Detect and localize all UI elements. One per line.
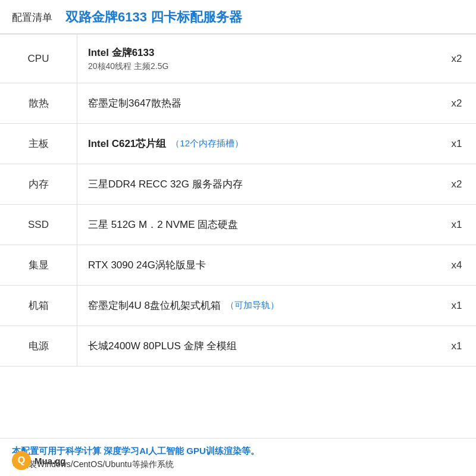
row-qty-1: x2 (443, 98, 476, 109)
row-label-4: SSD (0, 205, 77, 245)
page-container: 配置清单 双路金牌6133 四卡标配服务器 CPUIntel 金牌613320核… (0, 0, 476, 476)
row-content-1: 窑墨定制3647散热器 (77, 90, 443, 116)
row-label-3: 内存 (0, 164, 77, 204)
row-content-2: Intel C621芯片组（12个内存插槽） (77, 131, 443, 156)
row-qty-6: x1 (443, 300, 476, 312)
row-main-text-4: 三星 512G M．2 NVME 固态硬盘 (88, 218, 433, 231)
row-qty-4: x1 (443, 219, 476, 231)
row-main-text-6: 窑墨定制4U 8盘位机架式机箱（可加导轨） (88, 299, 433, 312)
row-qty-5: x4 (443, 259, 476, 271)
watermark: Q Mua.gg (12, 451, 66, 470)
row-label-5: 集显 (0, 245, 77, 285)
row-main-text-0: Intel 金牌6133 (88, 46, 433, 60)
row-content-3: 三星DDR4 RECC 32G 服务器内存 (77, 171, 443, 197)
row-content-7: 长城2400W 80PLUS 金牌 全模组 (77, 333, 443, 359)
spec-row-4: SSD三星 512G M．2 NVME 固态硬盘x1 (0, 205, 476, 245)
spec-row-1: 散热窑墨定制3647散热器x2 (0, 83, 476, 124)
row-content-5: RTX 3090 24G涡轮版显卡 (77, 252, 443, 278)
row-qty-7: x1 (443, 340, 476, 352)
spec-row-7: 电源长城2400W 80PLUS 金牌 全模组x1 (0, 326, 476, 367)
row-label-0: CPU (0, 35, 77, 83)
spec-table: CPUIntel 金牌613320核40线程 主频2.5Gx2散热窑墨定制364… (0, 34, 476, 438)
row-main-text-5: RTX 3090 24G涡轮版显卡 (88, 258, 433, 272)
row-content-0: Intel 金牌613320核40线程 主频2.5G (77, 40, 443, 78)
header: 配置清单 双路金牌6133 四卡标配服务器 (0, 0, 476, 34)
footer: 本配置可用于科学计算 深度学习AI人工智能 GPU训练渲染等。 可预装Windo… (0, 438, 476, 476)
row-main-text-3: 三星DDR4 RECC 32G 服务器内存 (88, 177, 433, 191)
row-label-2: 主板 (0, 124, 77, 164)
row-content-4: 三星 512G M．2 NVME 固态硬盘 (77, 212, 443, 237)
row-sub-text-0: 20核40线程 主频2.5G (88, 61, 433, 72)
header-label: 配置清单 (12, 11, 60, 24)
row-qty-3: x2 (443, 178, 476, 190)
row-accent-6: （可加导轨） (226, 300, 279, 311)
footer-line2: 可预装Windows/CentOS/Ubuntu等操作系统 (12, 459, 464, 470)
row-main-text-7: 长城2400W 80PLUS 金牌 全模组 (88, 339, 433, 353)
row-qty-2: x1 (443, 138, 476, 150)
row-main-text-2: Intel C621芯片组（12个内存插槽） (88, 137, 433, 151)
spec-row-6: 机箱窑墨定制4U 8盘位机架式机箱（可加导轨）x1 (0, 286, 476, 326)
row-label-7: 电源 (0, 326, 77, 366)
spec-row-2: 主板Intel C621芯片组（12个内存插槽）x1 (0, 124, 476, 164)
row-main-text-1: 窑墨定制3647散热器 (88, 96, 433, 110)
row-label-1: 散热 (0, 83, 77, 123)
header-title: 双路金牌6133 四卡标配服务器 (65, 8, 242, 26)
row-label-6: 机箱 (0, 286, 77, 325)
spec-row-3: 内存三星DDR4 RECC 32G 服务器内存x2 (0, 164, 476, 205)
row-qty-0: x2 (443, 53, 476, 65)
row-content-6: 窑墨定制4U 8盘位机架式机箱（可加导轨） (77, 293, 443, 318)
row-accent-2: （12个内存插槽） (171, 138, 243, 149)
spec-row-5: 集显RTX 3090 24G涡轮版显卡x4 (0, 245, 476, 286)
footer-line1: 本配置可用于科学计算 深度学习AI人工智能 GPU训练渲染等。 (12, 446, 464, 457)
watermark-icon: Q (12, 451, 31, 470)
spec-row-0: CPUIntel 金牌613320核40线程 主频2.5Gx2 (0, 35, 476, 83)
watermark-text: Mua.gg (35, 456, 66, 466)
